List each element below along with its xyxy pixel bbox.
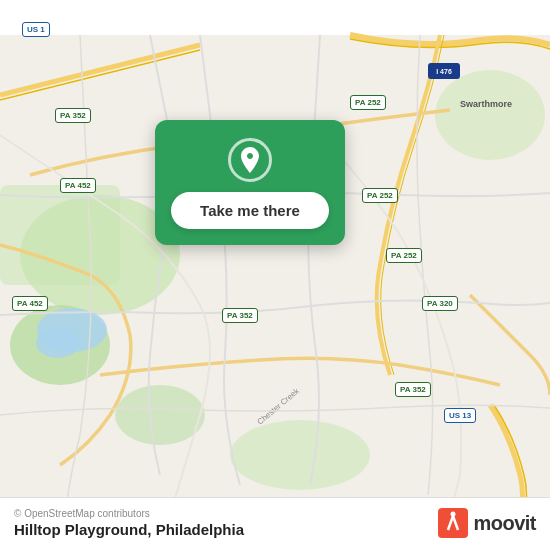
svg-point-5	[230, 420, 370, 490]
road-badge-pa252-bot: PA 252	[386, 248, 422, 263]
moovit-brand-icon	[438, 508, 468, 538]
copyright-text: © OpenStreetMap contributors	[14, 508, 244, 519]
road-badge-pa352-mid: PA 352	[222, 308, 258, 323]
location-name: Hilltop Playground, Philadelphia	[14, 521, 244, 538]
location-pin-icon	[237, 146, 263, 174]
road-badge-pa252-mid: PA 252	[362, 188, 398, 203]
moovit-logo: moovit	[438, 508, 536, 538]
take-me-there-button[interactable]: Take me there	[171, 192, 329, 229]
map-container[interactable]: Chester Creek Swarthmore I 476 US 1 PA 3…	[0, 0, 550, 550]
road-badge-pa320: PA 320	[422, 296, 458, 311]
road-badge-pa352-top: PA 352	[55, 108, 91, 123]
road-badge-us13: US 13	[444, 408, 476, 423]
bottom-bar: © OpenStreetMap contributors Hilltop Pla…	[0, 497, 550, 550]
location-card: Take me there	[155, 120, 345, 245]
svg-point-4	[435, 70, 545, 160]
road-badge-pa352-bot: PA 352	[395, 382, 431, 397]
road-badge-pa452-bot: PA 452	[12, 296, 48, 311]
map-background: Chester Creek Swarthmore I 476	[0, 0, 550, 550]
svg-point-8	[36, 328, 80, 358]
svg-text:Swarthmore: Swarthmore	[460, 99, 512, 109]
svg-rect-3	[0, 185, 120, 285]
svg-text:I 476: I 476	[436, 68, 452, 75]
road-badge-pa252-top: PA 252	[350, 95, 386, 110]
location-icon-wrapper	[228, 138, 272, 182]
svg-point-14	[451, 512, 456, 517]
bottom-left-info: © OpenStreetMap contributors Hilltop Pla…	[14, 508, 244, 538]
road-badge-us1: US 1	[22, 22, 50, 37]
road-badge-pa452-mid: PA 452	[60, 178, 96, 193]
moovit-brand-name: moovit	[473, 512, 536, 535]
svg-point-6	[115, 385, 205, 445]
